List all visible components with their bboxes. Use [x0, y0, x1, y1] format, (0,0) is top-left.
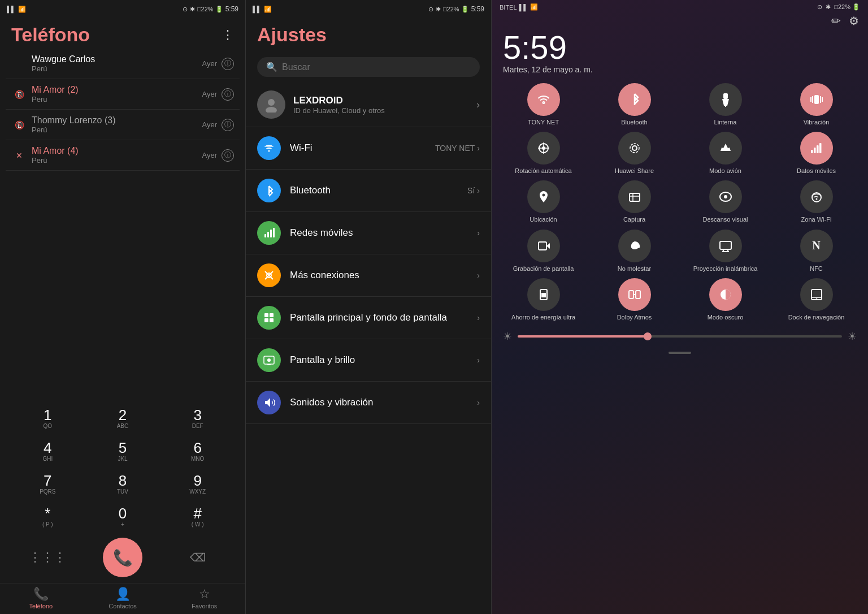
contact-info-button[interactable]: ⓘ	[222, 119, 234, 131]
quick-tile-ultra-save[interactable]: Ahorro de energía ultra	[501, 278, 586, 321]
dialpad-grid: 1QO 2ABC 3DEF 4GHI 5JKL 6MNO 7PQRS 8TUV …	[11, 403, 234, 532]
svg-marker-16	[722, 99, 729, 106]
settings-item-sound[interactable]: Sonidos y vibración ›	[246, 382, 491, 423]
contact-subtitle: Perú	[32, 156, 202, 165]
svg-rect-5	[273, 228, 275, 237]
svg-point-1	[266, 107, 277, 113]
contact-name: Wawgue Carlos	[32, 54, 202, 64]
dial-key-5[interactable]: 5JKL	[86, 436, 159, 466]
quick-tile-dnd[interactable]: No molestar	[592, 230, 677, 273]
quick-tile-location[interactable]: Ubicación	[501, 180, 586, 223]
bluetooth-value: Sí ›	[467, 186, 480, 195]
date-display: Martes, 12 de mayo a. m.	[503, 65, 857, 74]
status-right-1: ⊙ ✱ □22% 🔋 5:59	[183, 5, 238, 13]
wifi-icon-2: 📶	[264, 6, 272, 13]
profile-info: LEXDROID ID de Huawei, Cloud y otros	[293, 95, 476, 115]
settings-item-mobile[interactable]: Redes móviles ›	[246, 212, 491, 254]
settings-item-bluetooth[interactable]: Bluetooth Sí ›	[246, 170, 491, 212]
nav-item-telefono[interactable]: 📞 Teléfono	[0, 587, 82, 609]
list-item[interactable]: Wawgue Carlos Perú Ayer ⓘ	[6, 49, 240, 79]
svg-marker-14	[265, 398, 270, 407]
quick-tile-mobile-data[interactable]: Datos móviles	[774, 132, 859, 175]
contact-subtitle: Perú	[32, 126, 202, 134]
svg-point-26	[542, 146, 545, 150]
contact-info-button[interactable]: ⓘ	[222, 58, 234, 70]
contact-details: Mi Amor (4) Perú	[32, 146, 202, 165]
quick-tile-flashlight[interactable]: Linterna	[683, 83, 768, 126]
brightness-track[interactable]	[518, 335, 842, 338]
mobile-label: Redes móviles	[290, 227, 468, 239]
quick-tile-vibration[interactable]: Vibración	[774, 83, 859, 126]
status-bar-2: ▌▌ 📶 ⊙ ✱ □22% 🔋 5:59	[246, 0, 491, 18]
svg-point-54	[815, 298, 817, 300]
contact-details: Wawgue Carlos Perú	[32, 54, 202, 73]
phone-dialer-screen: ▌▌ 📶 ⊙ ✱ □22% 🔋 5:59 Teléfono ⋮ Wawgue C…	[0, 0, 246, 614]
dial-key-3[interactable]: 3DEF	[161, 403, 234, 434]
dial-key-0[interactable]: 0+	[86, 501, 159, 532]
dialpad-bottom-row: ⋮⋮⋮ 📞 ⌫	[11, 538, 234, 577]
quick-tile-rest[interactable]: Descanso visual	[683, 180, 768, 223]
dial-key-8[interactable]: 8TUV	[86, 469, 159, 499]
list-item[interactable]: 📵 Thommy Lorenzo (3) Perú Ayer ⓘ	[6, 110, 240, 140]
quick-tile-bluetooth[interactable]: Bluetooth	[592, 83, 677, 126]
profile-chevron-icon: ›	[476, 99, 480, 111]
quick-label-rotation: Rotación automática	[515, 167, 571, 175]
contact-call-type-icon: 📵	[11, 90, 27, 99]
quick-settings-screen: BITEL ▌▌ 📶 ⊙ ✱ □22% 🔋 ✏ ⚙ 5:59 Martes, 1…	[492, 0, 868, 614]
svg-rect-9	[264, 318, 268, 322]
settings-item-wifi[interactable]: Wi-Fi TONY NET ›	[246, 127, 491, 170]
quick-tile-nav-dock[interactable]: Dock de navegación	[774, 278, 859, 321]
settings-item-more-connections[interactable]: Más conexiones ›	[246, 254, 491, 296]
quick-tile-huawei-share[interactable]: Huawei Share	[592, 132, 677, 175]
list-item[interactable]: 📵 Mi Amor (2) Peru Ayer ⓘ	[6, 79, 240, 110]
quick-tile-airplane[interactable]: Modo avión	[683, 132, 768, 175]
settings-item-homescreen[interactable]: Pantalla principal y fondo de pantalla ›	[246, 297, 491, 339]
dialpad-dots-button[interactable]: ⋮⋮⋮	[31, 541, 64, 574]
nfc-quick-icon: N	[800, 230, 833, 262]
dial-key-1[interactable]: 1QO	[11, 403, 84, 434]
contact-list: Wawgue Carlos Perú Ayer ⓘ 📵 Mi Amor (2) …	[0, 49, 245, 397]
location-quick-icon	[527, 180, 560, 213]
search-input[interactable]	[282, 62, 471, 72]
quick-tile-screen-record[interactable]: Grabación de pantalla	[501, 230, 586, 273]
dnd-quick-icon	[618, 230, 651, 262]
gear-icon[interactable]: ⚙	[849, 14, 859, 28]
contact-info-button[interactable]: ⓘ	[222, 88, 234, 101]
dial-key-4[interactable]: 4GHI	[11, 436, 84, 466]
quick-tile-dolby[interactable]: Dolby Atmos	[592, 278, 677, 321]
nav-item-favoritos[interactable]: ☆ Favoritos	[163, 587, 245, 609]
quick-tile-dark-mode[interactable]: Modo oscuro	[683, 278, 768, 321]
settings-item-display[interactable]: Pantalla y brillo ›	[246, 339, 491, 381]
nav-item-contactos[interactable]: 👤 Contactos	[82, 587, 164, 609]
dial-key-star[interactable]: *( P )	[11, 501, 84, 532]
flashlight-quick-icon	[709, 83, 742, 116]
list-item[interactable]: ✕ Mi Amor (4) Perú Ayer ⓘ	[6, 140, 240, 171]
search-bar[interactable]: 🔍	[257, 57, 480, 77]
display-label: Pantalla y brillo	[290, 354, 468, 366]
quick-tile-wifi[interactable]: TONY NET	[501, 83, 586, 126]
brightness-thumb[interactable]	[644, 332, 652, 340]
wifi-zone-quick-icon	[800, 180, 833, 213]
dial-key-6[interactable]: 6MNO	[161, 436, 234, 466]
more-options-icon[interactable]: ⋮	[222, 28, 234, 42]
quick-tile-projection[interactable]: Proyección inalámbrica	[683, 230, 768, 273]
svg-rect-8	[270, 313, 274, 317]
contact-info-button[interactable]: ⓘ	[222, 149, 234, 162]
dial-key-2[interactable]: 2ABC	[86, 403, 159, 434]
dial-key-7[interactable]: 7PQRS	[11, 469, 84, 499]
pencil-icon[interactable]: ✏	[831, 14, 841, 28]
contact-details: Mi Amor (2) Peru	[32, 85, 202, 103]
call-button[interactable]: 📞	[103, 538, 142, 577]
dial-key-hash[interactable]: #( W )	[161, 501, 234, 532]
backspace-button[interactable]: ⌫	[181, 541, 215, 574]
wifi-settings-icon	[257, 136, 281, 160]
quick-tile-nfc[interactable]: N NFC	[774, 230, 859, 273]
profile-row[interactable]: LEXDROID ID de Huawei, Cloud y otros ›	[246, 83, 491, 127]
battery-icon-3: □22% 🔋	[834, 3, 860, 11]
quick-tile-wifi-zone[interactable]: Zona Wi-Fi	[774, 180, 859, 223]
homescreen-label: Pantalla principal y fondo de pantalla	[290, 312, 468, 323]
dial-key-9[interactable]: 9WXYZ	[161, 469, 234, 499]
contact-time: Ayer	[202, 59, 218, 68]
quick-tile-capture[interactable]: Captura	[592, 180, 677, 223]
quick-tile-rotation[interactable]: Rotación automática	[501, 132, 586, 175]
